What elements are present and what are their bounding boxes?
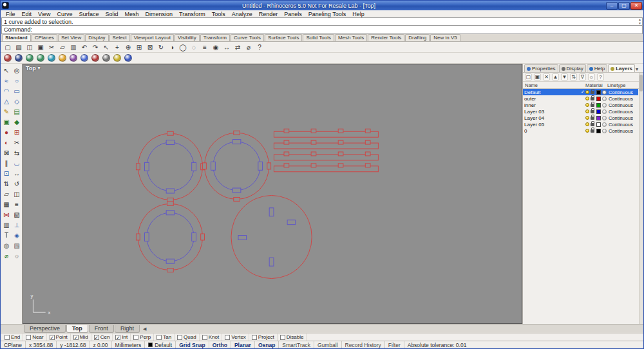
zoom-window-icon[interactable]: ⊞ [134,42,144,52]
material-icon[interactable]: ▨ [12,240,22,250]
status-toggle-ortho[interactable]: Ortho [209,341,231,348]
move-tool-icon[interactable]: ↔ [12,168,22,178]
layer-row-outer[interactable]: outerContinuous [523,95,638,102]
cplane-button[interactable]: CPlane [1,341,26,348]
plate-inner-tab[interactable] [166,140,175,145]
plate-inner-tab[interactable] [258,162,263,170]
layer-linetype[interactable]: Continuous [609,115,637,121]
sun-icon[interactable] [59,54,66,62]
layer-material-icon[interactable] [602,109,607,114]
viewport-menu-caret-icon[interactable]: ▾ [38,66,41,71]
boolean-icon[interactable]: ⋈ [1,209,12,220]
panel-options-icon[interactable]: ▾ [636,66,638,72]
layer-row-layer-04[interactable]: Layer 04Continuous [523,115,638,121]
layer-color-swatch[interactable] [596,122,601,127]
strip-notch[interactable] [338,129,343,133]
render-window-icon[interactable] [80,54,88,62]
units-button[interactable]: Millimeters [112,341,146,348]
plate-outer-tab[interactable] [167,202,174,205]
undo-icon[interactable]: ↶ [79,42,90,52]
environment-icon[interactable] [37,54,44,62]
osnap-checkbox[interactable] [225,335,230,340]
osnap-checkbox[interactable]: ✓ [115,335,120,340]
layer-name[interactable]: Default [524,90,580,95]
array-icon[interactable]: ▦ [1,199,12,209]
osnap-vertex[interactable]: Vertex [222,334,249,341]
help-icon[interactable]: ? [254,42,265,52]
osnap-checkbox[interactable] [177,335,182,340]
osnap-tan[interactable]: Tan [154,334,175,341]
strip-notch[interactable] [365,164,370,167]
status-toggle-gumball[interactable]: Gumball [314,341,342,348]
strip-notch[interactable] [284,164,289,167]
plate-outer-tab[interactable] [167,269,174,272]
texture-palette-icon[interactable] [48,54,55,62]
menu-transform[interactable]: Transform [176,11,209,17]
strip-notch[interactable] [311,140,316,144]
strip-notch[interactable] [365,140,370,144]
layer-name[interactable]: Layer 04 [524,115,580,121]
disc-slot[interactable] [238,236,247,240]
link-icon[interactable]: ⇄ [232,42,243,52]
plate-inner-tab[interactable] [144,233,149,241]
viewport-tab-right[interactable]: Right [115,325,140,333]
viewport-tab-perspective[interactable]: Perspective [24,325,66,333]
osnap-checkbox[interactable] [202,335,207,340]
layer-row-layer-05[interactable]: Layer 05Continuous [523,121,638,127]
group-icon[interactable]: ▥ [1,220,12,230]
strip-notch[interactable] [311,152,316,156]
osnap-checkbox[interactable] [5,335,10,340]
osnap-checkbox[interactable]: ✓ [94,335,99,340]
paste-icon[interactable]: ▥ [68,42,79,52]
plate-outer-tab[interactable] [167,131,174,135]
toolbar-tab-surface-tools[interactable]: Surface Tools [265,34,302,41]
save-icon[interactable]: ◫ [24,42,35,52]
viewport-tab-scroll-icon[interactable]: ◀ [140,326,149,332]
close-button[interactable]: ✕ [630,2,642,10]
osnap-quad[interactable]: Quad [175,334,200,341]
panel-tab-properties[interactable]: Properties [524,64,558,72]
layer-lock-icon[interactable] [591,91,594,94]
plate-inner-tab[interactable] [144,162,149,171]
viewport-title[interactable]: Top ▾ [26,65,40,71]
menu-render[interactable]: Render [256,11,281,17]
strip-outline[interactable] [274,155,378,160]
osnap-checkbox[interactable] [26,335,31,340]
delete-layer-icon[interactable]: ✕ [543,73,550,80]
plate-inner-tab[interactable] [166,211,175,215]
cylinder-icon[interactable]: ◐ [1,137,12,147]
osnap-project[interactable]: Project [249,334,278,341]
layer-color-swatch[interactable] [596,109,601,114]
active-layer-button[interactable]: Default [145,341,176,348]
osnap-checkbox[interactable] [133,335,138,340]
layer-linetype[interactable]: Continuous [609,96,637,102]
layer-material-icon[interactable] [602,129,607,133]
osnap-near[interactable]: Near [23,334,46,341]
select-icon[interactable]: ↖ [101,42,111,52]
layer-lock-icon[interactable] [591,117,594,120]
freeform-icon[interactable]: ✎ [1,106,12,117]
plate-outer-tab[interactable] [203,163,207,169]
toolbar-tab-visibility[interactable]: Visibility [175,34,200,41]
move-up-icon[interactable]: ▲ [552,73,559,80]
analyze-icon[interactable]: ⌀ [1,250,12,261]
plane-icon[interactable]: ▣ [1,117,12,127]
chamfer-icon[interactable]: ⊡ [1,168,12,178]
plate-outer-tab[interactable] [267,163,271,169]
expand-all-icon[interactable]: ⇅ [570,73,577,80]
layer-on-bulb-icon[interactable] [585,116,589,120]
osnap-cen[interactable]: ✓Cen [91,334,113,341]
layer-lock-icon[interactable] [591,123,594,126]
render-mesh-icon[interactable] [124,54,132,62]
layer-linetype[interactable]: Continuous [609,90,637,95]
join-icon[interactable]: ≡ [12,199,22,209]
osnap-int[interactable]: ✓Int [113,334,131,341]
material-editor-icon[interactable] [26,54,33,62]
new-file-icon[interactable]: ▢ [3,42,13,52]
plate-inner-tab[interactable] [232,188,241,193]
offset-icon[interactable]: ∥ [1,158,12,168]
raytrace-icon[interactable] [91,54,99,62]
split-icon[interactable]: ⊠ [1,147,12,158]
move-down-icon[interactable]: ▼ [561,73,568,80]
menu-curve[interactable]: Curve [53,11,75,17]
